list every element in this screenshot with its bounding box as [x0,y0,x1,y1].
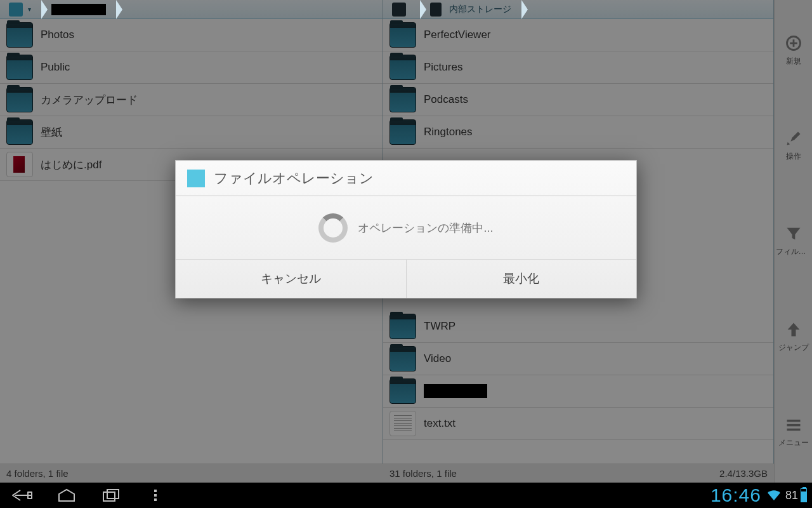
svg-rect-8 [154,490,157,492]
system-navigation-bar: 16:46 81 [0,483,812,508]
recent-apps-button[interactable] [89,483,133,508]
battery-icon [801,488,807,502]
dialog-app-icon [187,170,205,187]
dialog-button-row: キャンセル 最小化 [176,260,636,298]
minimize-button[interactable]: 最小化 [406,260,637,298]
back-button[interactable] [0,483,44,508]
battery-indicator: 81 [785,488,807,502]
svg-rect-7 [107,490,119,498]
minimize-label: 最小化 [503,271,539,287]
svg-rect-9 [154,494,157,497]
status-clock[interactable]: 16:46 [710,485,761,506]
dialog-title-bar: ファイルオペレーション [176,161,636,196]
spinner-icon [318,213,348,243]
svg-rect-6 [103,492,115,501]
battery-percent: 81 [785,489,798,502]
svg-rect-10 [154,498,157,501]
home-button[interactable] [44,483,89,508]
cancel-button[interactable]: キャンセル [176,260,406,298]
overflow-menu-button[interactable] [133,483,178,508]
wifi-icon [766,489,782,502]
file-operation-dialog: ファイルオペレーション オペレーションの準備中... キャンセル 最小化 [175,160,637,298]
dialog-message: オペレーションの準備中... [358,220,493,236]
dialog-body: オペレーションの準備中... [176,196,636,260]
cancel-label: キャンセル [261,271,321,287]
dialog-title: ファイルオペレーション [214,169,374,188]
